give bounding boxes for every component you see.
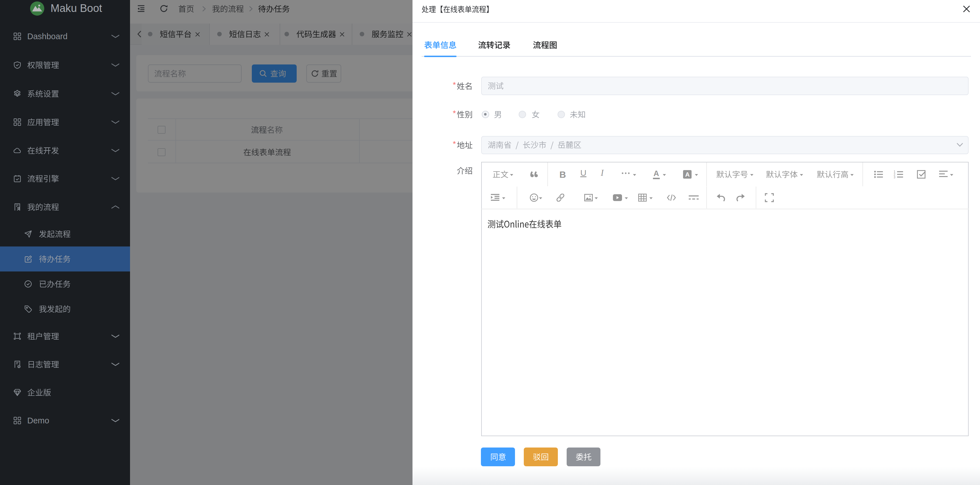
- svg-text:3: 3: [894, 176, 896, 178]
